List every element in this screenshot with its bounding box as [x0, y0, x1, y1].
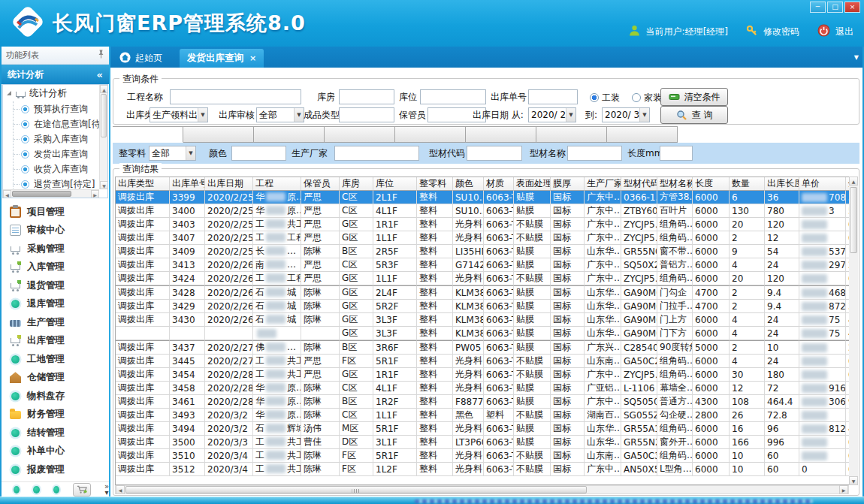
column-header[interactable]: 出库长度 [765, 177, 799, 191]
scrollbar-thumb[interactable] [101, 94, 107, 137]
column-header[interactable]: 库位 [373, 177, 417, 191]
scrollbar-thumb[interactable] [12, 191, 71, 197]
table-row[interactable]: 调拨出库 3428 2020/2/26 石城 陈琳 G区 2L4F 整料 KLM… [116, 285, 849, 300]
material-tab[interactable]: 耗 材 [466, 126, 536, 143]
profile-name-input[interactable] [567, 146, 622, 161]
profile-code-input[interactable] [467, 146, 522, 161]
sidebar-menu-item[interactable]: 出库管理 [2, 332, 109, 351]
table-row[interactable]: 调拨出库 3407 2020/2/25 工工程 严思 G区 1L1F 整料 光身… [116, 231, 849, 245]
material-tab[interactable]: 配 件 [183, 126, 254, 143]
warehouse-input[interactable] [339, 89, 394, 104]
tab-shipping-out-query[interactable]: 发货出库查询 × [180, 49, 264, 68]
scrollbar-thumb[interactable] [125, 486, 587, 493]
project-name-input[interactable] [170, 89, 301, 104]
table-row[interactable]: 调拨出库 3494 2020/3/2 石辉城 汤伟 M区 5R1F 整料 光身料 [116, 422, 849, 436]
length-input[interactable] [660, 146, 693, 161]
column-header[interactable]: 膜厚 [551, 177, 585, 191]
sidebar-menu-item[interactable]: 入库管理 [2, 258, 109, 277]
tab-home[interactable]: 起始页 [112, 49, 170, 68]
column-header[interactable]: 单价 [799, 177, 846, 191]
out-audit-select[interactable]: 全部▼ [256, 107, 304, 122]
column-header[interactable]: 材质 [484, 177, 514, 191]
column-header[interactable]: 型材名称 [657, 177, 693, 191]
tree-vertical-scrollbar[interactable]: ▲ ▼ [99, 85, 107, 189]
sidebar-menu-item[interactable]: 报废管理 [2, 460, 109, 479]
column-header[interactable]: 型材代码 [621, 177, 657, 191]
table-row[interactable]: 调拨出库 3512 2020/3/4 工共工程 陈琳 F区 1L2F 整料 光身… [116, 463, 849, 476]
table-row[interactable]: 调拨出库 3437 2020/2/27 佛… 陈琳 B区 3R6F 整料 PW0… [116, 340, 849, 355]
sidebar-menu-item[interactable]: 结转管理 [2, 424, 109, 442]
sidebar-menu-item[interactable]: 财务管理 [2, 406, 109, 424]
date-from-select[interactable]: 2020/ 2/16▼ [528, 107, 576, 122]
sidebar-menu-item[interactable]: 补单中心 [2, 442, 109, 461]
manufacturer-input[interactable] [334, 146, 419, 161]
table-row[interactable]: 调拨出库 3409 2020/2/25 长… 陈琳 B区 2R5F 整料 LI3… [116, 245, 849, 258]
change-password-link[interactable]: 修改密码 [763, 26, 799, 38]
tree-item[interactable]: 退货查询[待定] [3, 177, 99, 189]
table-row[interactable]: 调拨出库 3430 2020/2/26 石城 陈琳 G区 3L3F 整料 KLM… [116, 313, 849, 327]
table-row[interactable]: 调拨出库 3458 2020/2/28 华原… 陈琳 C区 4L1F 整料 光身… [116, 382, 849, 395]
tree-item[interactable]: 收货入库查询 [3, 161, 99, 177]
table-row[interactable]: 调拨出库 3510 2020/3/4 工共工程 陈琳 F区 5R1F 整料 光身… [116, 449, 849, 463]
tree-expander-icon[interactable] [7, 91, 11, 95]
table-row[interactable]: 调拨出库 3454 2020/2/28 工共工程 严思 G区 1R1F 整料 光… [116, 368, 849, 382]
minimize-button[interactable]: ─ [810, 2, 826, 13]
tree-item[interactable]: 预算执行查询 [3, 101, 99, 116]
whole-select[interactable]: 全部▼ [149, 146, 196, 161]
tree-item[interactable]: 在途信息查询[待 [3, 116, 99, 131]
column-header[interactable]: 生产厂家 [585, 177, 621, 191]
toolbar-dot-icon[interactable] [53, 486, 59, 493]
tree-root-node[interactable]: 统计分析 [3, 85, 99, 101]
maximize-button[interactable]: □ [827, 2, 843, 13]
table-row[interactable]: 调拨出库 3424 2020/2/26 工工程 严思 G区 1L1F 整料 光身… [116, 272, 849, 285]
scrollbar-thumb[interactable] [850, 187, 857, 253]
column-header[interactable]: 出库单号 [170, 177, 205, 191]
radio-gongzhuang[interactable]: 工装 [590, 92, 620, 104]
material-tab[interactable]: 辅 材 [254, 126, 325, 143]
location-input[interactable] [420, 89, 486, 104]
table-row[interactable]: G区 3L3F 整料 KLM3817 6063-T5 贴膜 国标 山东华… GA… [116, 327, 849, 340]
sidebar-menu-item[interactable]: 审核中心 [2, 222, 109, 240]
table-row[interactable]: 调拨出库 3400 2020/2/25 华原… 严思 C区 4L1F 整料 SU… [116, 204, 849, 218]
sidebar-menu-item[interactable]: 物料盘存 [2, 387, 109, 406]
material-tab[interactable]: 玻 璃 [325, 126, 395, 143]
clear-conditions-button[interactable]: 清空条件 [660, 88, 728, 106]
toolbar-dot-icon[interactable] [33, 486, 39, 493]
out-type-select[interactable]: 生产领料出库▼ [150, 107, 208, 122]
logout-link[interactable]: 退出 [835, 26, 853, 38]
radio-jiazhuang[interactable]: 家装 [632, 92, 662, 104]
column-header[interactable]: 长度 [693, 177, 730, 191]
table-row[interactable]: 调拨出库 3413 2020/2/26 南… 严思 C区 5R3F 整料 G71… [116, 258, 849, 272]
tree-item[interactable]: 采购入库查询 [3, 131, 99, 146]
tree-horizontal-scrollbar[interactable]: ◀ ▶ [3, 189, 99, 198]
table-vertical-scrollbar[interactable]: ▲ ▼ [849, 177, 858, 485]
order-no-input[interactable] [528, 89, 578, 104]
column-header[interactable]: 颜色 [453, 177, 484, 191]
tree-item[interactable]: 发货出库查询 [3, 146, 99, 161]
column-header[interactable]: 库房 [340, 177, 373, 191]
sidebar-menu-item[interactable]: 退货管理 [2, 276, 109, 295]
toolbar-cart-button[interactable] [73, 483, 91, 496]
material-tab[interactable]: 型 材 [113, 126, 183, 143]
table-row[interactable]: 调拨出库 3493 2020/3/2 华原… 陈琳 C区 1L1F 整料 黑色 [116, 409, 849, 422]
table-row[interactable]: 调拨出库 3403 2020/2/25 工共工程 严思 G区 1R1F 整料 光… [116, 218, 849, 231]
sidebar-menu-item[interactable]: 采购管理 [2, 240, 109, 258]
sidebar-menu-item[interactable]: 生产管理 [2, 313, 109, 332]
material-tab[interactable]: 单 体 型 材 [536, 126, 607, 143]
toolbar-dot-icon[interactable] [14, 486, 20, 493]
column-header[interactable]: 出库类型 [116, 177, 170, 191]
column-header[interactable]: 表面处理 [514, 177, 551, 191]
pin-icon[interactable] [98, 50, 104, 61]
search-button[interactable]: 查 询 [660, 106, 728, 124]
tabbar-dropdown-icon[interactable]: ▼ [854, 54, 859, 61]
table-row[interactable]: 调拨出库 3445 2020/2/27 工共工程 严思 F区 5R1F 整料 光… [116, 355, 849, 368]
sidebar-menu-item[interactable]: 项目管理 [2, 203, 109, 222]
close-button[interactable]: × [844, 2, 860, 13]
toolbar-overflow-button[interactable]: » ▾ [104, 484, 109, 496]
date-to-select[interactable]: 2020/ 3/16▼ [602, 107, 650, 122]
sidebar-menu-item[interactable]: 工地管理 [2, 350, 109, 369]
sidebar-menu-item[interactable]: 仓储管理 [2, 369, 109, 388]
column-header[interactable]: 数量 [730, 177, 765, 191]
column-header[interactable]: 整零料 [417, 177, 453, 191]
color-input[interactable] [231, 146, 286, 161]
